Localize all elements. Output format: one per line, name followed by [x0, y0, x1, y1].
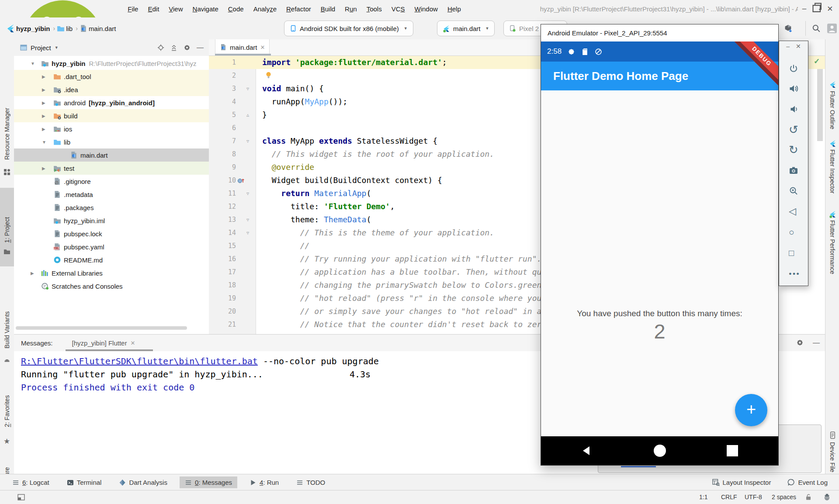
emulator-overview-button[interactable]: □ [779, 248, 808, 258]
status-1-1[interactable]: 1:1 [699, 494, 707, 501]
emulator-rotate-right-button[interactable]: ↻ [779, 145, 808, 155]
tool-window-toggle-icon[interactable] [17, 494, 25, 501]
horizontal-scrollbar[interactable] [16, 326, 187, 330]
fold-marker-icon[interactable]: ▿ [246, 135, 249, 148]
tree-item-test[interactable]: ▶"100%">test [14, 162, 209, 175]
run-config-dropdown[interactable]: main.dart ▼ [437, 21, 495, 36]
search-icon[interactable] [812, 24, 821, 33]
menu-navigate[interactable]: Navigate [188, 5, 223, 13]
tree-item-main.dart[interactable]: main.dart [14, 148, 209, 162]
device-selector-dropdown[interactable]: Android SDK built for x86 (mobile) ▼ [284, 21, 413, 36]
tree-item-.dart-tool[interactable]: ▶.dart_tool [14, 70, 209, 83]
status-crlf[interactable]: CRLF [721, 494, 737, 501]
emulator-minimize-button[interactable]: – [786, 43, 790, 50]
menu-code[interactable]: Code [223, 5, 249, 13]
intention-bulb-icon[interactable] [265, 71, 272, 79]
toolwindow-button-6-logcat[interactable]: 6: Logcat [7, 476, 55, 488]
menu-analyze[interactable]: Analyze [249, 5, 281, 13]
console-link[interactable]: R:\Flutter\FlutterSDK\flutter\bin\flutte… [21, 356, 258, 366]
tool-strip-flutter-inspector[interactable]: Flutter Inspector [825, 149, 839, 205]
nav-overview-icon[interactable] [727, 445, 738, 456]
nav-back-icon[interactable] [581, 445, 593, 456]
emulator-home-button[interactable]: ○ [779, 228, 808, 237]
expand-arrow-icon[interactable]: ▶ [42, 100, 45, 105]
emulator-back-button[interactable]: ◁ [779, 207, 808, 216]
tool-strip-flutter-performance[interactable]: Flutter Performance [825, 220, 839, 282]
tree-item-readme.md[interactable]: README.md [14, 253, 209, 266]
menu-help[interactable]: Help [443, 5, 466, 13]
close-icon[interactable]: ✕ [130, 340, 135, 346]
expand-arrow-icon[interactable]: ▶ [42, 74, 45, 79]
status-2-spaces[interactable]: 2 spaces [772, 494, 796, 501]
collapse-all-icon[interactable] [170, 44, 177, 51]
tree-item-hyzp-yibin[interactable]: ▼"100%">hyzp_yibinR:\FlutterProject\Flut… [14, 57, 209, 70]
fab-increment-button[interactable]: + [735, 394, 767, 426]
statusbar-button-event-log[interactable]: Event Log [782, 476, 833, 488]
inspection-ok-icon[interactable]: ✓ [814, 57, 820, 66]
tree-item-scratches-and-consoles[interactable]: Scratches and Consoles [14, 280, 209, 293]
breadcrumb-file[interactable]: main.dart [89, 25, 116, 32]
fold-marker-icon[interactable]: ▿ [246, 213, 249, 226]
fold-marker-icon[interactable]: ▿ [246, 82, 249, 95]
tree-item-.packages[interactable]: .packages [14, 201, 209, 214]
gear-icon[interactable] [796, 339, 804, 346]
window-minimize-button[interactable]: – [798, 4, 811, 13]
menu-build[interactable]: Build [316, 5, 340, 13]
tool-strip-flutter-outline[interactable]: Flutter Outline [825, 91, 839, 135]
menu-run[interactable]: Run [340, 5, 362, 13]
messages-flutter-tab[interactable]: [hyzp_yibin] Flutter ✕ [72, 339, 135, 347]
tab-main-dart[interactable]: main.dart ✕ [215, 39, 270, 55]
nav-home-icon[interactable] [654, 445, 666, 457]
popup-link-fragment[interactable] [621, 466, 656, 467]
toolwindow-button-todo[interactable]: TODO [291, 476, 330, 488]
tree-item-.metadata[interactable]: .metadata [14, 188, 209, 201]
menu-view[interactable]: View [164, 5, 187, 13]
tree-item-hyzp-yibin.iml[interactable]: "100%">hyzp_yibin.iml [14, 214, 209, 227]
emulator-rotate-left-button[interactable]: ↺ [779, 125, 808, 135]
breadcrumb-project[interactable]: hyzp_yibin [16, 25, 50, 32]
expand-arrow-icon[interactable]: ▶ [42, 166, 45, 171]
tool-strip-build-variants[interactable]: Build Variants [0, 305, 14, 349]
tool-strip-2-favorites[interactable]: 2: Favorites [0, 383, 14, 427]
tree-item-pubspec.lock[interactable]: pubspec.lock [14, 227, 209, 240]
close-icon[interactable]: ✕ [260, 44, 265, 51]
tool-strip-resource-manager[interactable]: Resource Manager [0, 85, 14, 160]
statusbar-button-layout-inspector[interactable]: Layout Inspector [707, 476, 777, 488]
toolwindow-button-dart-analysis[interactable]: Dart Analysis [114, 476, 173, 488]
inspections-hector-icon[interactable] [823, 494, 831, 501]
gear-icon[interactable] [184, 44, 191, 51]
tree-item-ios[interactable]: ▶"100%">ios [14, 122, 209, 135]
status-utf-8[interactable]: UTF-8 [745, 494, 762, 501]
menu-edit[interactable]: Edit [143, 5, 164, 13]
emulator-volume-up-button[interactable] [779, 84, 808, 93]
emulator-zoom-button[interactable] [779, 186, 808, 196]
collapse-arrow-icon[interactable]: ▼ [42, 140, 46, 145]
collapse-arrow-icon[interactable]: ▼ [31, 61, 35, 66]
window-maximize-button[interactable] [811, 1, 823, 16]
hide-panel-icon[interactable]: — [813, 339, 820, 347]
breadcrumb-folder[interactable]: lib [66, 25, 73, 32]
emulator-volume-down-button[interactable] [779, 104, 808, 114]
emulator-power-button[interactable] [779, 64, 808, 73]
tree-item-.gitignore[interactable]: .gitignore [14, 175, 209, 188]
tree-item-android[interactable]: ▶"100%">android[hyzp_yibin_android] [14, 96, 209, 109]
toolwindow-button-0-messages[interactable]: 0: Messages [180, 476, 237, 488]
project-panel-title[interactable]: Project [31, 44, 51, 52]
tree-item-pubspec.yaml[interactable]: YMLpubspec.yaml [14, 240, 209, 253]
tree-item-external-libraries[interactable]: ▶External Libraries [14, 266, 209, 280]
menu-window[interactable]: Window [410, 5, 443, 13]
expand-arrow-icon[interactable]: ▶ [42, 127, 45, 131]
expand-arrow-icon[interactable]: ▶ [31, 271, 34, 276]
tree-item-.idea[interactable]: ▶"100%">ight="100%">.idea [14, 83, 209, 96]
override-marker-icon[interactable] [237, 176, 245, 184]
tree-item-lib[interactable]: ▼lib [14, 135, 209, 148]
editor-scrollbar[interactable] [817, 69, 823, 141]
emulator-close-button[interactable]: ✕ [796, 43, 801, 50]
emulator-more-button[interactable]: ●●● [779, 269, 808, 278]
menu-tools[interactable]: Tools [362, 5, 387, 13]
fold-marker-icon[interactable]: ▿ [246, 187, 249, 200]
locate-file-icon[interactable] [157, 44, 164, 51]
avatar[interactable] [827, 24, 837, 33]
menu-refactor[interactable]: Refactor [281, 5, 316, 13]
fold-marker-icon[interactable]: ▵ [246, 108, 249, 121]
